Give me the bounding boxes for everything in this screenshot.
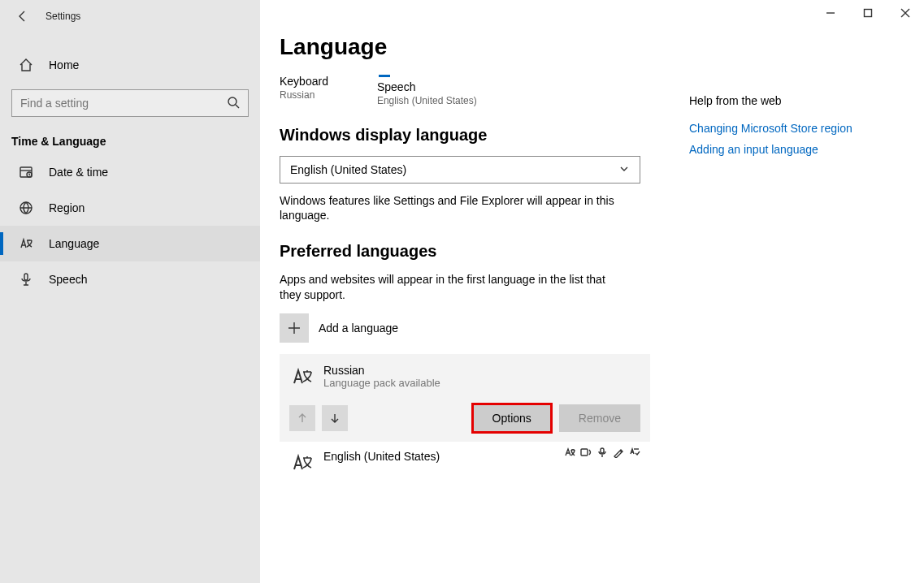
svg-rect-4 (24, 274, 28, 280)
options-button[interactable]: Options (473, 404, 551, 432)
svg-point-0 (228, 97, 236, 106)
svg-rect-6 (601, 448, 604, 453)
page-title: Language (280, 34, 634, 60)
search-icon (227, 96, 240, 111)
preferred-languages-heading: Preferred languages (280, 242, 634, 261)
language-name: Russian (323, 364, 440, 377)
nav-home[interactable]: Home (0, 49, 260, 81)
nav-date-time[interactable]: Date & time (0, 154, 260, 190)
microphone-icon (18, 271, 34, 287)
window-controls (812, 0, 924, 26)
chevron-down-icon (618, 163, 630, 177)
maximize-button[interactable] (849, 0, 887, 26)
spellcheck-icon (629, 447, 640, 458)
display-language-selected: English (United States) (290, 163, 406, 176)
keyboard-info-value: Russian (280, 89, 328, 101)
display-language-heading: Windows display language (280, 126, 634, 145)
handwriting-icon (613, 447, 624, 458)
add-language-label: Add a language (319, 322, 398, 335)
speech-recognition-icon (596, 447, 608, 458)
help-link-input-language[interactable]: Adding an input language (689, 143, 924, 156)
text-to-speech-icon (580, 447, 592, 458)
language-glyph-icon (289, 364, 315, 390)
keyboard-info[interactable]: Keyboard Russian (280, 75, 328, 106)
titlebar: Settings (0, 0, 260, 32)
language-card-russian[interactable]: Russian Language pack available Options … (280, 354, 650, 442)
speech-info[interactable]: Speech English (United States) (377, 75, 477, 106)
svg-rect-7 (865, 10, 872, 17)
content-column: Language Keyboard Russian Speech English… (260, 0, 634, 583)
help-column: Help from the web Changing Microsoft Sto… (634, 0, 924, 583)
main-area: Language Keyboard Russian Speech English… (260, 0, 924, 583)
minimize-button[interactable] (812, 0, 849, 26)
nav-speech[interactable]: Speech (0, 261, 260, 297)
sidebar: Settings Home Time & Language Date & tim… (0, 0, 260, 583)
search-input[interactable] (20, 97, 227, 110)
language-capabilities-icons (564, 447, 640, 458)
language-info-row: Keyboard Russian Speech English (United … (280, 75, 634, 106)
speech-info-value: English (United States) (377, 95, 477, 106)
nav-label: Language (49, 237, 99, 250)
home-icon (18, 57, 34, 73)
nav-home-label: Home (49, 58, 79, 71)
language-glyph-icon (289, 450, 315, 476)
language-name: English (United States) (323, 450, 440, 463)
nav-label: Region (49, 201, 85, 214)
calendar-clock-icon (18, 164, 34, 180)
keyboard-info-title: Keyboard (280, 75, 328, 88)
nav-label: Date & time (49, 166, 108, 179)
selection-indicator (379, 75, 390, 77)
remove-button[interactable]: Remove (559, 404, 640, 432)
back-button[interactable] (13, 6, 33, 26)
preferred-languages-desc: Apps and websites will appear in the fir… (280, 272, 621, 301)
plus-icon (280, 313, 309, 343)
move-down-button[interactable] (322, 405, 348, 431)
add-language-button[interactable]: Add a language (280, 313, 640, 343)
display-language-dropdown[interactable]: English (United States) (280, 156, 640, 184)
language-icon (18, 235, 34, 252)
display-language-icon (564, 447, 575, 458)
app-title: Settings (46, 11, 80, 22)
nav-language[interactable]: Language (0, 226, 260, 261)
globe-icon (18, 200, 34, 216)
move-up-button[interactable] (289, 405, 315, 431)
display-language-desc: Windows features like Settings and File … (280, 193, 621, 222)
speech-info-title: Speech (377, 80, 477, 93)
nav-label: Speech (49, 273, 87, 286)
close-button[interactable] (887, 0, 924, 26)
help-link-store-region[interactable]: Changing Microsoft Store region (689, 122, 924, 135)
language-card-english[interactable]: English (United States) (280, 442, 650, 476)
language-sub: Language pack available (323, 377, 440, 389)
help-title: Help from the web (689, 94, 924, 107)
svg-rect-5 (581, 449, 588, 456)
nav-region[interactable]: Region (0, 190, 260, 226)
search-input-wrap[interactable] (11, 89, 249, 117)
category-title: Time & Language (0, 117, 260, 154)
